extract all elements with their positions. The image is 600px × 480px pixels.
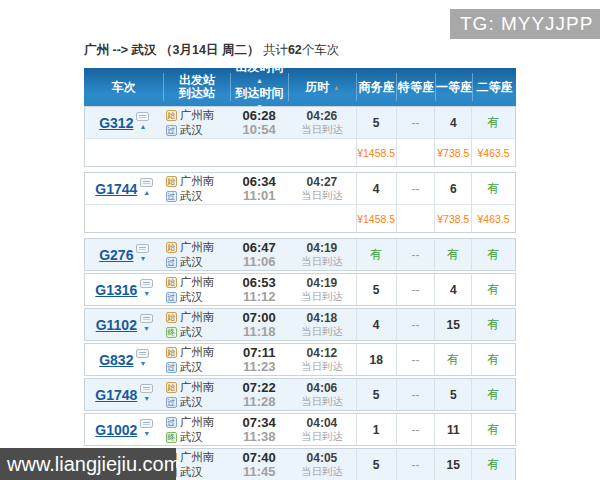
arr-station-name: 武汉	[180, 360, 203, 375]
train-block: G1002 ▼ 过 广州南 终 武汉 07:34 11:38	[84, 413, 516, 446]
departure-time: 07:11	[230, 346, 288, 360]
header-train-no: 车次	[84, 73, 163, 101]
times-cell: 07:34 11:38	[230, 414, 288, 445]
business-seat-cell: 1	[356, 414, 396, 445]
stations-cell: 始 广州南 过 武汉	[164, 379, 231, 410]
arr-station-icon: 终	[166, 327, 177, 338]
train-number-link[interactable]: G1316	[95, 282, 137, 298]
business-seat-cell: 4	[356, 309, 396, 340]
table-row: G1316 ▼ 始 广州南 过 武汉 06:53 11:12	[85, 274, 515, 305]
train-no-cell: G1748 ▼	[85, 379, 164, 410]
header-stations: 出发站 到达站	[163, 73, 230, 101]
second-seat-cell: 有	[471, 173, 515, 204]
arr-station-name: 武汉	[180, 255, 203, 270]
train-table: 车次 出发站 到达站 出发时间 ▲ 到达时间 ▼ 历时 ▲ 商务座 特等座 一等…	[84, 68, 516, 480]
departure-time: 06:28	[230, 109, 288, 123]
train-count: 62	[288, 43, 302, 57]
timetable-icon[interactable]	[140, 178, 153, 187]
business-seat-cell: 18	[356, 344, 396, 375]
expand-toggle-icon[interactable]: ▲	[139, 123, 146, 130]
timetable-icon[interactable]	[136, 112, 149, 121]
train-block: G276 ▼ 始 广州南 过 武汉 06:47 11:06	[84, 238, 516, 271]
first-price: ¥738.5	[434, 139, 471, 166]
train-number-link[interactable]: G1102	[96, 317, 137, 333]
train-block: G1102 ▼ 始 广州南 终 武汉 07:00 11:18	[84, 308, 516, 341]
arr-station-icon: 终	[166, 432, 177, 443]
times-cell: 07:22 11:28	[230, 379, 288, 410]
premier-seat-cell: --	[396, 414, 435, 445]
dep-station-icon: 始	[166, 110, 177, 121]
dep-station-icon: 始	[166, 242, 177, 253]
dep-station-icon: 过	[166, 417, 177, 428]
expand-toggle-icon[interactable]: ▼	[143, 395, 150, 402]
timetable-icon[interactable]	[140, 314, 153, 323]
business-price: ¥1458.5	[356, 205, 396, 232]
stations-cell: 始 广州南 终 武汉	[164, 309, 231, 340]
second-seat-cell: 有	[471, 379, 515, 410]
train-number-link[interactable]: G312	[99, 115, 133, 131]
timetable-icon[interactable]	[136, 349, 149, 358]
arr-station-name: 武汉	[180, 430, 203, 445]
arr-station-name: 武汉	[180, 189, 203, 204]
departure-time: 07:00	[230, 311, 288, 325]
train-number-link[interactable]: G1748	[95, 387, 137, 403]
table-row: G1744 ▲ 始 广州南 过 武汉 06:34 11:01	[85, 173, 515, 204]
expand-toggle-icon[interactable]: ▼	[139, 360, 146, 367]
first-price: ¥738.5	[434, 205, 471, 232]
duration-value: 04:26	[288, 110, 356, 123]
same-day-label: 当日到达	[288, 360, 356, 372]
sort-asc-icon[interactable]: ▲	[256, 77, 263, 84]
expand-toggle-icon[interactable]: ▼	[143, 430, 150, 437]
train-number-link[interactable]: G1744	[95, 181, 137, 197]
header-duration-sort[interactable]: 历时 ▲	[288, 73, 356, 101]
first-seat-cell: 15	[434, 309, 471, 340]
stations-cell: 始 广州南 过 武汉	[164, 107, 231, 138]
price-row: ¥1458.5 ¥738.5 ¥463.5	[85, 204, 515, 232]
train-no-cell: G1316 ▼	[85, 274, 164, 305]
stations-cell: 始 广州南 过 武汉	[164, 239, 231, 270]
arr-station-icon: 过	[166, 257, 177, 268]
second-seat-cell: 有	[471, 107, 515, 138]
same-day-label: 当日到达	[288, 123, 356, 135]
business-seat-cell: 5	[356, 274, 396, 305]
first-seat-cell: 5	[434, 379, 471, 410]
dep-station-icon: 始	[166, 347, 177, 358]
arr-station-icon: 过	[166, 397, 177, 408]
header-second-seat: 二等座	[472, 73, 516, 101]
duration-sort-icon[interactable]: ▲	[333, 84, 340, 91]
expand-toggle-icon[interactable]: ▼	[139, 255, 146, 262]
table-row: G312 ▲ 始 广州南 过 武汉 06:28 10:54	[85, 107, 515, 138]
header-times-sort[interactable]: 出发时间 ▲ 到达时间 ▼	[230, 73, 288, 101]
departure-time: 06:47	[230, 241, 288, 255]
first-seat-cell: 15	[434, 449, 471, 480]
arrival-time: 11:18	[230, 325, 288, 339]
departure-time: 06:34	[230, 175, 288, 189]
duration-cell: 04:12 当日到达	[288, 344, 356, 375]
business-seat-cell: 4	[356, 173, 396, 204]
arr-station-name: 武汉	[180, 290, 203, 305]
same-day-label: 当日到达	[288, 189, 356, 201]
train-no-cell: G1102 ▼	[85, 309, 164, 340]
expand-toggle-icon[interactable]: ▼	[143, 290, 150, 297]
train-block: G312 ▲ 始 广州南 过 武汉 06:28 10:54	[84, 106, 516, 167]
timetable-icon[interactable]	[136, 244, 149, 253]
same-day-label: 当日到达	[288, 430, 356, 442]
dep-station-icon: 始	[166, 176, 177, 187]
times-cell: 06:34 11:01	[230, 173, 288, 204]
train-number-link[interactable]: G1002	[95, 422, 137, 438]
expand-toggle-icon[interactable]: ▲	[143, 189, 150, 196]
arr-station-name: 武汉	[180, 123, 203, 138]
timetable-icon[interactable]	[140, 384, 153, 393]
times-cell: 06:53 11:12	[230, 274, 288, 305]
route-title: 广州 --> 武汉 （3月14日 周二） 共计62个车次	[84, 42, 600, 59]
dep-station-name: 广州南	[180, 310, 215, 325]
arr-station-icon: 过	[166, 362, 177, 373]
dep-station-icon: 始	[166, 312, 177, 323]
dep-station-name: 广州南	[180, 450, 215, 465]
timetable-icon[interactable]	[140, 279, 153, 288]
timetable-icon[interactable]	[140, 419, 153, 428]
train-number-link[interactable]: G276	[99, 247, 133, 263]
train-number-link[interactable]: G832	[99, 352, 133, 368]
expand-toggle-icon[interactable]: ▼	[143, 325, 150, 332]
arr-station-icon: 过	[166, 191, 177, 202]
